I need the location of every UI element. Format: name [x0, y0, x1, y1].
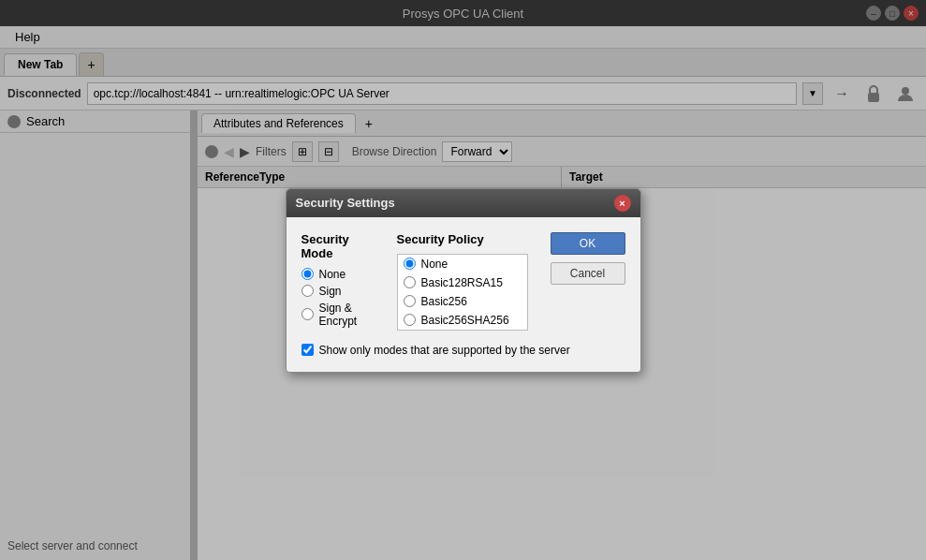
security-policy-col: Security Policy None Basic128RSA15 Ba	[397, 232, 528, 331]
policy-none-radio[interactable]	[404, 258, 416, 270]
policy-none-label: None	[421, 258, 448, 271]
policy-basic128-option[interactable]: Basic128RSA15	[398, 273, 527, 292]
security-policy-title: Security Policy	[397, 232, 528, 246]
security-policy-list: None Basic128RSA15 Basic256 Basic25	[397, 254, 528, 331]
mode-sign-option[interactable]: Sign	[301, 285, 382, 298]
mode-signencrypt-option[interactable]: Sign & Encrypt	[301, 302, 382, 328]
policy-basic256-label: Basic256	[421, 295, 467, 308]
dialog-title-bar: Security Settings ×	[287, 189, 640, 217]
security-settings-dialog: Security Settings × Security Mode None S…	[286, 188, 641, 373]
overlay: Security Settings × Security Mode None S…	[0, 0, 926, 560]
dialog-body: Security Mode None Sign Sign & Encryp	[287, 217, 640, 372]
mode-signencrypt-label: Sign & Encrypt	[319, 302, 382, 328]
policy-basic128-label: Basic128RSA15	[421, 276, 503, 289]
policy-basic256-radio[interactable]	[404, 295, 416, 307]
mode-signencrypt-radio[interactable]	[301, 308, 314, 320]
show-modes-label: Show only modes that are supported by th…	[319, 344, 570, 357]
mode-none-option[interactable]: None	[301, 268, 382, 281]
policy-none-option[interactable]: None	[398, 255, 527, 273]
cancel-button[interactable]: Cancel	[551, 262, 625, 285]
policy-basic256sha256-radio[interactable]	[404, 314, 416, 326]
show-modes-checkbox[interactable]	[301, 344, 314, 356]
security-mode-col: Security Mode None Sign Sign & Encryp	[301, 232, 382, 331]
mode-sign-label: Sign	[319, 285, 342, 298]
dialog-title: Security Settings	[296, 196, 395, 210]
policy-basic256-option[interactable]: Basic256	[398, 292, 527, 311]
mode-none-label: None	[319, 268, 346, 281]
dialog-action-buttons: OK Cancel	[551, 232, 625, 331]
mode-sign-radio[interactable]	[301, 285, 314, 297]
mode-none-radio[interactable]	[301, 268, 314, 280]
dialog-columns: Security Mode None Sign Sign & Encryp	[301, 232, 625, 331]
policy-basic256sha256-label: Basic256SHA256	[421, 314, 509, 327]
security-mode-group: None Sign Sign & Encrypt	[301, 268, 382, 328]
dialog-close-button[interactable]: ×	[614, 195, 631, 212]
policy-basic256sha256-option[interactable]: Basic256SHA256	[398, 311, 527, 330]
show-modes-checkbox-row[interactable]: Show only modes that are supported by th…	[301, 344, 625, 357]
policy-basic128-radio[interactable]	[404, 276, 416, 288]
ok-button[interactable]: OK	[551, 232, 625, 255]
security-mode-title: Security Mode	[301, 232, 382, 260]
